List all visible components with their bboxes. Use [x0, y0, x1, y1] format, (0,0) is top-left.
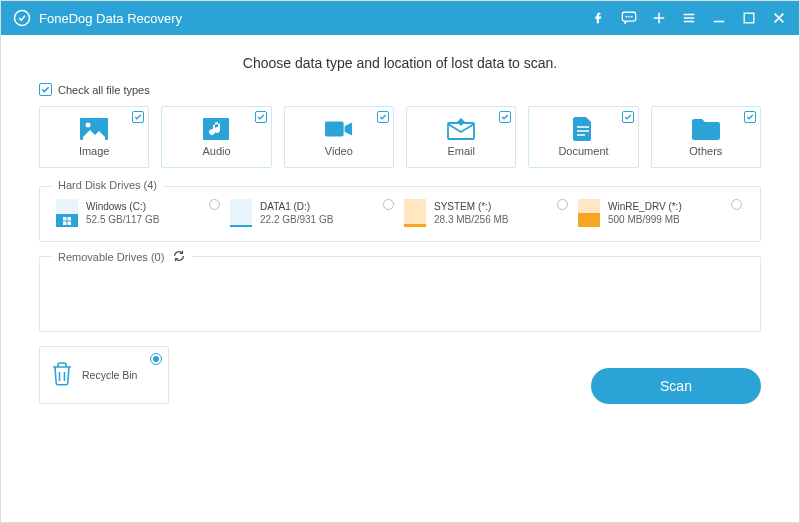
- type-card-video[interactable]: Video: [284, 106, 394, 168]
- type-checkbox[interactable]: [377, 111, 389, 123]
- drive-name: WinRE_DRV (*:): [608, 201, 682, 212]
- check-all-label: Check all file types: [58, 84, 150, 96]
- drive-radio[interactable]: [731, 199, 742, 210]
- file-type-grid: Image Audio Video Email Document Others: [39, 106, 761, 168]
- titlebar: FoneDog Data Recovery: [1, 1, 799, 35]
- drive-size: 500 MB/999 MB: [608, 214, 682, 225]
- type-checkbox[interactable]: [499, 111, 511, 123]
- svg-point-4: [631, 16, 633, 18]
- drive-name: SYSTEM (*:): [434, 201, 508, 212]
- type-label: Video: [325, 145, 353, 157]
- drive-usage-bar: [578, 199, 600, 227]
- image-icon: [80, 117, 108, 141]
- type-card-others[interactable]: Others: [651, 106, 761, 168]
- removable-legend-text: Removable Drives (0): [58, 251, 164, 263]
- hdd-row: Windows (C:)52.5 GB/117 GB DATA1 (D:)22.…: [56, 199, 744, 227]
- drive-radio[interactable]: [383, 199, 394, 210]
- type-card-audio[interactable]: Audio: [161, 106, 271, 168]
- svg-rect-14: [63, 221, 67, 225]
- minimize-icon[interactable]: [711, 10, 727, 26]
- check-all-row[interactable]: Check all file types: [39, 83, 761, 96]
- type-checkbox[interactable]: [622, 111, 634, 123]
- drive-radio[interactable]: [209, 199, 220, 210]
- check-all-checkbox[interactable]: [39, 83, 52, 96]
- document-icon: [569, 117, 597, 141]
- feedback-icon[interactable]: [621, 10, 637, 26]
- drive-size: 52.5 GB/117 GB: [86, 214, 159, 225]
- recycle-radio-selected[interactable]: [150, 353, 162, 365]
- close-icon[interactable]: [771, 10, 787, 26]
- drive-usage-bar: [404, 199, 426, 227]
- type-label: Audio: [202, 145, 230, 157]
- svg-point-7: [86, 123, 91, 128]
- hdd-legend: Hard Disk Drives (4): [52, 179, 163, 191]
- drive-name: Windows (C:): [86, 201, 159, 212]
- svg-rect-12: [63, 217, 67, 221]
- type-label: Others: [689, 145, 722, 157]
- type-label: Email: [447, 145, 475, 157]
- drive-size: 22.2 GB/931 GB: [260, 214, 333, 225]
- svg-rect-5: [744, 13, 754, 23]
- drive-name: DATA1 (D:): [260, 201, 333, 212]
- removable-legend: Removable Drives (0): [52, 249, 192, 265]
- type-label: Image: [79, 145, 110, 157]
- bottom-row: Recycle Bin Scan: [39, 346, 761, 404]
- refresh-icon[interactable]: [172, 249, 186, 265]
- drive-d[interactable]: DATA1 (D:)22.2 GB/931 GB: [230, 199, 396, 227]
- drive-radio[interactable]: [557, 199, 568, 210]
- app-logo-icon: [13, 9, 31, 27]
- facebook-icon[interactable]: [591, 10, 607, 26]
- type-card-email[interactable]: Email: [406, 106, 516, 168]
- type-card-document[interactable]: Document: [528, 106, 638, 168]
- type-checkbox[interactable]: [255, 111, 267, 123]
- scan-button[interactable]: Scan: [591, 368, 761, 404]
- drive-winre[interactable]: WinRE_DRV (*:)500 MB/999 MB: [578, 199, 744, 227]
- titlebar-actions: [591, 10, 787, 26]
- video-icon: [325, 117, 353, 141]
- svg-point-2: [625, 16, 627, 18]
- type-label: Document: [558, 145, 608, 157]
- svg-point-3: [628, 16, 630, 18]
- drive-system[interactable]: SYSTEM (*:)28.3 MB/256 MB: [404, 199, 570, 227]
- add-icon[interactable]: [651, 10, 667, 26]
- trash-icon: [50, 361, 74, 390]
- svg-rect-15: [68, 221, 72, 225]
- drive-size: 28.3 MB/256 MB: [434, 214, 508, 225]
- svg-rect-9: [325, 122, 344, 137]
- drive-c[interactable]: Windows (C:)52.5 GB/117 GB: [56, 199, 222, 227]
- folder-icon: [692, 117, 720, 141]
- app-title: FoneDog Data Recovery: [39, 11, 182, 26]
- hdd-section: Hard Disk Drives (4) Windows (C:)52.5 GB…: [39, 186, 761, 242]
- audio-icon: [202, 117, 230, 141]
- recycle-label: Recycle Bin: [82, 369, 137, 381]
- type-card-image[interactable]: Image: [39, 106, 149, 168]
- main-content: Choose data type and location of lost da…: [1, 35, 799, 414]
- drive-usage-bar: [56, 199, 78, 227]
- type-checkbox[interactable]: [744, 111, 756, 123]
- svg-rect-13: [68, 217, 72, 221]
- menu-icon[interactable]: [681, 10, 697, 26]
- removable-body: [56, 269, 744, 317]
- removable-section: Removable Drives (0): [39, 256, 761, 332]
- drive-usage-bar: [230, 199, 252, 227]
- page-heading: Choose data type and location of lost da…: [39, 55, 761, 71]
- maximize-icon[interactable]: [741, 10, 757, 26]
- type-checkbox[interactable]: [132, 111, 144, 123]
- email-icon: [447, 117, 475, 141]
- svg-point-0: [15, 11, 30, 26]
- recycle-bin-card[interactable]: Recycle Bin: [39, 346, 169, 404]
